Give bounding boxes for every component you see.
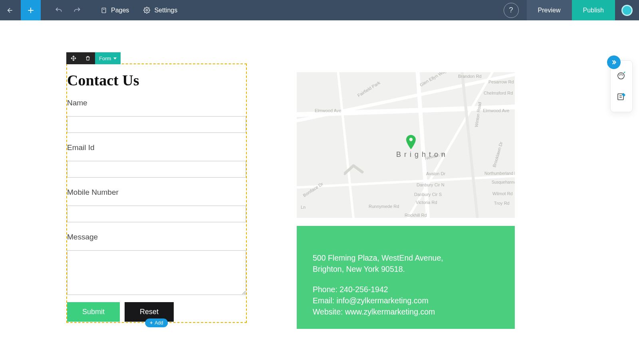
mobile-label: Mobile Number [67,187,246,198]
road-label: Brooklawn Dr [492,141,504,168]
email-input[interactable] [67,161,246,178]
panel-expand-button[interactable] [607,55,621,69]
address-card: 500 Fleming Plaza, WestEnd Avenue, Brigh… [297,226,515,329]
svg-point-5 [621,73,622,75]
email-line: Email: info@zylkermarketing.com [313,295,499,306]
delete-element-button[interactable] [81,52,95,64]
address-line: 500 Fleming Plaza, WestEnd Avenue, [313,252,499,263]
road-label: Wilmot Rd [492,191,513,196]
chevron-down-icon [113,57,117,59]
form-title: Contact Us [67,64,246,98]
avatar-icon [621,5,633,16]
pages-label: Pages [111,7,129,14]
svg-rect-0 [102,8,105,13]
road-label: Chelmsford Rd [484,91,513,95]
map-arrow-icon [344,163,368,175]
chevrons-right-icon [611,59,617,65]
move-handle[interactable] [66,52,81,64]
road-label: Runnymede Rd [369,204,399,209]
road-label: Susquehanna Rd [492,180,515,184]
road-label: Elmwood Ave [483,108,509,113]
road-label: Boniface Dr [302,181,324,198]
edit-tool-button[interactable] [616,91,627,102]
settings-menu[interactable]: Settings [136,0,185,20]
road-label: Pesarrow Rd [488,79,514,84]
add-section-button[interactable]: + Add [145,318,168,327]
road-label: Danbury Cir S [414,192,442,197]
top-toolbar: Pages Settings ? Preview Publish [0,0,639,20]
palette-icon [617,71,626,81]
road-label: Ln [301,205,306,210]
plus-icon: + [150,320,153,326]
map-place-label: Brighton [396,150,448,159]
svg-point-4 [619,75,621,76]
road-label: Troy Rd [494,201,510,206]
email-label: Email Id [67,142,246,154]
account-avatar[interactable] [615,0,639,20]
address-line: Brighton, New York 90518. [313,263,499,275]
road-label: Elmwood Ave [315,108,341,113]
element-type-dropdown[interactable]: Form [95,52,121,64]
phone-line: Phone: 240-256-1942 [313,284,499,295]
road-label: Danbury Cir N [417,182,445,187]
map-element[interactable]: Elmwood Ave Elmwood Ave Glen Ellyn Way N… [297,72,515,218]
settings-label: Settings [154,7,177,14]
message-label: Message [67,232,246,243]
theme-tool-button[interactable] [616,70,627,81]
mobile-input[interactable] [67,206,246,222]
message-textarea[interactable] [67,250,246,295]
pages-menu[interactable]: Pages [93,0,136,20]
undo-button[interactable] [50,0,68,20]
road-label: Northumberland Rd [484,171,515,176]
contact-form-element[interactable]: Form Contact Us Name Email Id Mobile Num… [66,63,247,323]
help-button[interactable]: ? [504,3,519,18]
gear-icon [143,7,150,14]
edit-icon [617,92,626,101]
road-label: Avalon Dr [426,171,445,176]
submit-button[interactable]: Submit [67,302,120,322]
svg-point-1 [146,9,148,11]
road-label: Winton Road [474,102,482,128]
road-label: Fairfield Park [357,80,381,98]
road-label: Rockhill Rd [405,213,427,218]
road-label: Glen Ellyn Way [419,72,447,87]
svg-point-2 [409,138,413,141]
road-label: Brandon Rd [458,74,482,79]
back-button[interactable] [0,0,21,20]
preview-button[interactable]: Preview [527,0,572,20]
road-label: Victoria Rd [416,200,437,205]
pages-icon [101,7,107,14]
publish-button[interactable]: Publish [572,0,615,20]
element-toolbar: Form [66,52,121,64]
name-input[interactable] [67,116,246,133]
add-element-button[interactable] [21,0,41,20]
map-pin-icon [406,135,416,149]
name-label: Name [67,98,246,109]
redo-button[interactable] [68,0,86,20]
help-icon: ? [509,6,513,14]
editor-canvas[interactable]: Form Contact Us Name Email Id Mobile Num… [0,20,639,364]
svg-point-6 [622,75,623,76]
website-line: Website: www.zylkermarketing.com [313,306,499,317]
